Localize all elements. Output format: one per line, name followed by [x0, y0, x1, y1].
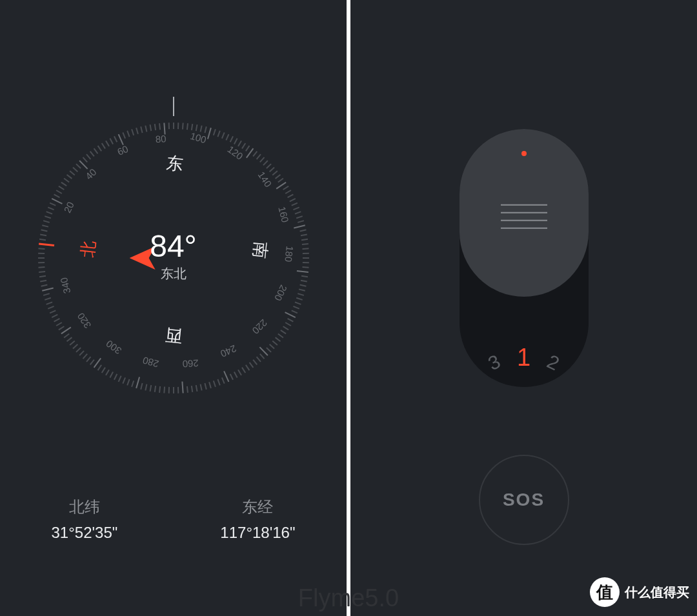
compass-index-mark — [173, 97, 174, 116]
watermark-text: 什么值得买 — [625, 584, 689, 601]
compass-screen: 2040608010012014016018020022024026028030… — [0, 0, 348, 616]
heading-direction: 东北 — [150, 265, 197, 283]
cardinal-W: 西 — [156, 323, 175, 347]
longitude-value: 117°18'16" — [220, 524, 295, 542]
brightness-level-2[interactable]: 2 — [544, 350, 563, 375]
sos-button[interactable]: SOS — [479, 455, 569, 545]
cardinal-S: 南 — [247, 249, 272, 268]
brightness-level-1[interactable]: 1 — [517, 344, 530, 372]
watermark: 值 什么值得买 — [590, 577, 689, 607]
coordinates: 北纬 31°52'35" 东经 117°18'16" — [0, 497, 347, 542]
heading-degrees: 84° — [150, 228, 197, 264]
grip-lines-icon — [501, 204, 547, 229]
longitude-label: 东经 — [220, 497, 295, 517]
flashlight-screen: 3 1 2 SOS — [348, 0, 697, 616]
cardinal-E: 东 — [174, 153, 193, 177]
latitude-value: 31°52'35" — [52, 524, 118, 542]
indicator-led-icon — [521, 151, 527, 156]
cardinal-N: 北 — [77, 231, 101, 250]
brightness-levels[interactable]: 3 1 2 — [460, 344, 589, 372]
flashlight-toggle[interactable]: 3 1 2 — [460, 129, 589, 387]
latitude-label: 北纬 — [52, 497, 118, 517]
watermark-badge-icon: 值 — [590, 577, 620, 607]
compass-dial[interactable]: 2040608010012014016018020022024026028030… — [38, 123, 309, 393]
flashlight-knob[interactable] — [460, 129, 589, 297]
os-caption: Flyme5.0 — [298, 584, 399, 612]
brightness-level-3[interactable]: 3 — [485, 350, 503, 375]
